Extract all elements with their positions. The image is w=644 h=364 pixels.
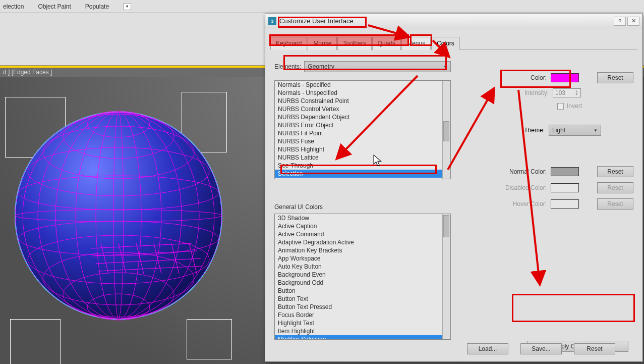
svg-point-0 [15, 112, 222, 319]
general-colors-listbox[interactable]: 3D ShadowActive CaptionActive CommandAda… [274, 214, 451, 340]
selection-bracket [10, 319, 61, 364]
sphere-object[interactable] [10, 107, 227, 324]
save-button[interactable]: Save... [520, 343, 562, 354]
reset-normal-button[interactable]: Reset [597, 166, 633, 177]
ground-grid-selection [91, 243, 202, 279]
customize-ui-dialog: 3 Customize User Interface ? ✕ KeyboardM… [265, 14, 643, 362]
reset-color-button[interactable]: Reset [597, 72, 633, 83]
reset-hover-button: Reset [597, 198, 633, 210]
list-item[interactable]: Auto Key Button [275, 263, 442, 271]
svg-line-27 [171, 243, 179, 274]
hover-color-label: Hover Color: [513, 200, 547, 207]
scroll-thumb[interactable] [443, 121, 449, 141]
disabled-color-label: Disabled Color: [505, 184, 547, 191]
svg-line-24 [119, 243, 126, 274]
list-item[interactable]: Selection [275, 170, 442, 178]
list-item[interactable]: NURBS Control Vertex [275, 105, 442, 113]
invert-label: Invert [567, 102, 582, 110]
intensity-spinner: 103 ▲▼ [553, 88, 581, 97]
svg-line-22 [98, 266, 202, 271]
color-swatch[interactable] [551, 73, 579, 82]
list-item[interactable]: Modifier Selection [275, 335, 442, 340]
list-item[interactable]: NURBS Error Object [275, 121, 442, 129]
hover-color-swatch [551, 199, 579, 209]
list-item[interactable]: Button Text Pressed [275, 303, 442, 311]
help-button[interactable]: ? [614, 17, 626, 26]
close-button[interactable]: ✕ [627, 17, 639, 26]
elements-field: Elements: Geometry ▼ [274, 61, 451, 72]
list-item[interactable]: NURBS Fuse [275, 137, 442, 145]
theme-dropdown[interactable]: Light ▼ [549, 125, 601, 136]
list-item[interactable]: NURBS Constrained Point [275, 97, 442, 105]
list-item[interactable]: Button Text [275, 295, 442, 303]
list-item[interactable]: Button [275, 287, 442, 295]
cursor-icon [373, 154, 383, 167]
general-colors-label: General UI Colors [274, 203, 451, 211]
elements-dropdown[interactable]: Geometry ▼ [304, 61, 451, 72]
normal-color-swatch[interactable] [551, 167, 579, 176]
svg-line-21 [96, 258, 201, 264]
list-item[interactable]: NURBS Highlight [275, 145, 442, 153]
list-item[interactable]: Normals - Specified [275, 81, 442, 89]
dialog-bottom-buttons: Load... Save... Reset [467, 343, 615, 354]
load-button[interactable]: Load... [467, 343, 508, 354]
selection-bracket [187, 319, 232, 359]
theme-label: Theme: [524, 127, 545, 134]
scrollbar[interactable] [442, 81, 450, 179]
elements-listbox[interactable]: Normals - SpecifiedNormals - Unspecified… [274, 80, 451, 179]
reset-all-button[interactable]: Reset [574, 343, 615, 354]
list-item[interactable]: Normals - Unspecified [275, 89, 442, 97]
chevron-down-icon: ▼ [443, 65, 447, 69]
list-item[interactable]: NURBS Fit Point [275, 129, 442, 137]
sphere-wireframe [10, 107, 227, 324]
disabled-color-swatch [551, 183, 579, 192]
intensity-label: Intensity: [524, 89, 549, 96]
list-item[interactable]: App Workspace [275, 254, 442, 263]
list-item[interactable]: Item Highlight [275, 327, 442, 335]
scrollbar[interactable] [442, 214, 450, 339]
tab-keyboard[interactable]: Keyboard [270, 37, 307, 50]
reset-disabled-button: Reset [597, 182, 633, 193]
menu-item[interactable]: Populate [85, 3, 109, 10]
chevron-down-icon: ▼ [594, 128, 598, 133]
app-icon: 3 [268, 17, 276, 25]
menu-item[interactable]: election [3, 3, 24, 10]
list-item[interactable]: Focus Border [275, 311, 442, 319]
elements-label: Elements: [274, 63, 301, 70]
tab-mouse[interactable]: Mouse [308, 37, 337, 50]
list-item[interactable]: Animation Key Brackets [275, 246, 442, 254]
list-item[interactable]: Active Command [275, 230, 442, 238]
spinner-arrows-icon: ▲▼ [575, 90, 578, 96]
list-item[interactable]: Background Odd [275, 279, 442, 287]
dialog-tabs: KeyboardMouseToolbarsQuadsMenusColors [270, 36, 637, 50]
scroll-thumb[interactable] [443, 215, 449, 237]
invert-checkbox [557, 103, 564, 110]
list-item[interactable]: NURBS Dependent Object [275, 113, 442, 121]
color-label: Color: [531, 74, 547, 81]
svg-line-20 [93, 251, 197, 256]
list-item[interactable]: NURBS Lattice [275, 153, 442, 162]
list-item[interactable]: Highlight Text [275, 319, 442, 327]
list-item[interactable]: See-Through [275, 162, 442, 170]
menu-item[interactable]: Object Paint [38, 3, 71, 10]
list-item[interactable]: Active Caption [275, 222, 442, 230]
svg-line-19 [91, 243, 192, 248]
svg-line-26 [154, 243, 161, 274]
tab-menus[interactable]: Menus [401, 37, 431, 50]
tab-toolbars[interactable]: Toolbars [337, 37, 371, 50]
dialog-title: Customize User Interface [279, 17, 614, 25]
normal-color-label: Normal Color: [509, 168, 547, 175]
tab-quads[interactable]: Quads [372, 37, 401, 50]
list-item[interactable]: Adaptive Degradation Active [275, 238, 442, 246]
list-item[interactable]: Background Even [275, 271, 442, 279]
dialog-titlebar[interactable]: 3 Customize User Interface ? ✕ [265, 14, 642, 28]
dropdown-icon[interactable]: ▾ [123, 3, 131, 10]
main-toolbar: election Object Paint Populate ▾ [0, 0, 644, 13]
list-item[interactable]: 3D Shadow [275, 214, 442, 222]
tab-colors[interactable]: Colors [431, 37, 460, 50]
